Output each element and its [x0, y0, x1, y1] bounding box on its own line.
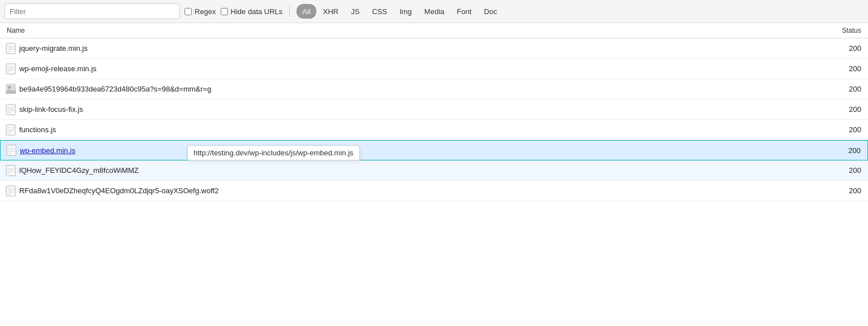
table-header: Name Status	[0, 23, 868, 38]
font-file-icon	[6, 165, 16, 176]
row-status: 200	[811, 64, 868, 73]
filter-btn-css[interactable]: CSS	[366, 4, 393, 19]
row-name: lQHow_FEYlDC4Gzy_m8fcoWiMMZ	[0, 165, 811, 176]
table-row[interactable]: skip-link-focus-fix.js 200	[0, 99, 868, 120]
hide-data-urls-checkbox-group: Hide data URLs	[221, 7, 283, 16]
regex-checkbox-group: Regex	[184, 7, 216, 16]
filter-btn-all[interactable]: All	[297, 4, 316, 19]
row-name: functions.js	[0, 124, 811, 136]
svg-rect-0	[6, 44, 15, 54]
svg-point-11	[8, 85, 11, 88]
row-filename-link[interactable]: wp-embed.min.js	[20, 146, 75, 155]
filter-btn-media[interactable]: Media	[419, 4, 450, 19]
svg-rect-5	[6, 64, 15, 74]
filter-btn-doc[interactable]: Doc	[478, 4, 502, 19]
filter-btn-font[interactable]: Font	[451, 4, 477, 19]
network-toolbar: Regex Hide data URLs All XHR JS CSS Img …	[0, 0, 868, 23]
table-row[interactable]: be9a4e9519964b933dea6723d480c95a?s=98&d=…	[0, 79, 868, 99]
table-row[interactable]: RFda8w1V0eDZheqfcyQ4EOgdm0LZdjqr5-oayXSO…	[0, 181, 868, 201]
filter-btn-img[interactable]: Img	[394, 4, 418, 19]
table-row[interactable]: jquery-migrate.min.js 200	[0, 38, 868, 59]
row-filename: jquery-migrate.min.js	[19, 44, 88, 53]
row-status: 200	[811, 166, 868, 175]
url-tooltip: http://testing.dev/wp-includes/js/wp-emb…	[187, 145, 360, 160]
table-row-selected[interactable]: wp-embed.min.js 200 http://testing.dev/w…	[0, 140, 868, 160]
row-name: be9a4e9519964b933dea6723d480c95a?s=98&d=…	[0, 84, 811, 95]
row-name: wp-emoji-release.min.js	[0, 63, 811, 75]
img-file-icon	[6, 84, 16, 95]
row-filename: be9a4e9519964b933dea6723d480c95a?s=98&d=…	[19, 85, 211, 93]
row-status: 200	[811, 85, 868, 93]
col-status-header: Status	[811, 27, 868, 34]
js-file-icon	[6, 145, 16, 156]
regex-checkbox[interactable]	[184, 8, 192, 15]
row-name: jquery-migrate.min.js	[0, 43, 811, 54]
col-name-header: Name	[0, 27, 811, 34]
row-status: 200	[811, 146, 867, 155]
row-name: wp-embed.min.js	[1, 145, 811, 156]
js-file-icon	[6, 104, 16, 115]
row-status: 200	[811, 105, 868, 114]
table-row[interactable]: functions.js 200	[0, 120, 868, 140]
svg-rect-17	[6, 125, 15, 135]
hide-data-urls-checkbox[interactable]	[221, 8, 228, 15]
js-file-icon	[6, 124, 16, 136]
table-row[interactable]: lQHow_FEYlDC4Gzy_m8fcoWiMMZ 200	[0, 160, 868, 181]
font-file-icon	[6, 185, 16, 197]
row-status: 200	[811, 44, 868, 53]
row-filename: skip-link-focus-fix.js	[19, 105, 83, 114]
js-file-icon	[6, 43, 16, 54]
svg-rect-22	[7, 145, 16, 155]
row-status: 200	[811, 186, 868, 195]
svg-rect-32	[6, 186, 15, 196]
network-table: Name Status jquery-migrate.min.js 200	[0, 23, 868, 201]
filter-btn-xhr[interactable]: XHR	[317, 4, 344, 19]
row-filename: wp-emoji-release.min.js	[19, 64, 97, 73]
svg-rect-27	[6, 166, 15, 176]
toolbar-divider	[289, 6, 290, 17]
row-name: skip-link-focus-fix.js	[0, 104, 811, 115]
row-filename: lQHow_FEYlDC4Gzy_m8fcoWiMMZ	[19, 166, 139, 175]
row-status: 200	[811, 125, 868, 134]
row-name: RFda8w1V0eDZheqfcyQ4EOgdm0LZdjqr5-oayXSO…	[0, 185, 811, 197]
regex-label[interactable]: Regex	[195, 7, 216, 16]
filter-buttons-group: All XHR JS CSS Img Media Font Doc	[297, 4, 502, 19]
svg-rect-12	[6, 105, 15, 115]
filter-btn-js[interactable]: JS	[345, 4, 365, 19]
row-filename: functions.js	[19, 125, 56, 134]
js-file-icon	[6, 63, 16, 75]
table-row[interactable]: wp-emoji-release.min.js 200	[0, 59, 868, 79]
hide-data-urls-label[interactable]: Hide data URLs	[231, 7, 283, 16]
row-filename: RFda8w1V0eDZheqfcyQ4EOgdm0LZdjqr5-oayXSO…	[19, 186, 218, 195]
filter-input[interactable]	[5, 3, 180, 19]
